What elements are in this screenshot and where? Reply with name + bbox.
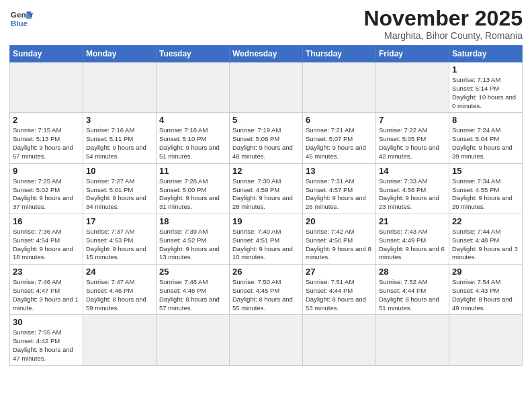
day-info: Sunrise: 7:37 AM Sunset: 4:53 PM Dayligh… — [86, 228, 153, 262]
table-row: 22Sunrise: 7:44 AM Sunset: 4:48 PM Dayli… — [449, 214, 523, 264]
table-row: 12Sunrise: 7:30 AM Sunset: 4:59 PM Dayli… — [230, 163, 303, 214]
table-row: 10Sunrise: 7:27 AM Sunset: 5:01 PM Dayli… — [83, 163, 157, 214]
day-info: Sunrise: 7:55 AM Sunset: 4:42 PM Dayligh… — [13, 328, 80, 363]
calendar-week-row: 23Sunrise: 7:46 AM Sunset: 4:47 PM Dayli… — [10, 265, 523, 315]
table-row — [376, 315, 449, 365]
day-number: 16 — [13, 216, 80, 226]
day-info: Sunrise: 7:39 AM Sunset: 4:52 PM Dayligh… — [159, 228, 226, 262]
header: General Blue November 2025 Marghita, Bih… — [9, 7, 523, 41]
day-number: 24 — [86, 267, 153, 277]
table-row: 1Sunrise: 7:13 AM Sunset: 5:14 PM Daylig… — [449, 62, 523, 113]
day-info: Sunrise: 7:27 AM Sunset: 5:01 PM Dayligh… — [86, 177, 153, 212]
calendar-week-row: 30Sunrise: 7:55 AM Sunset: 4:42 PM Dayli… — [10, 315, 523, 365]
table-row: 4Sunrise: 7:18 AM Sunset: 5:10 PM Daylig… — [157, 113, 230, 163]
day-number: 10 — [86, 166, 153, 176]
table-row — [376, 62, 449, 113]
day-number: 27 — [306, 267, 373, 277]
day-info: Sunrise: 7:28 AM Sunset: 5:00 PM Dayligh… — [159, 177, 226, 212]
day-info: Sunrise: 7:30 AM Sunset: 4:59 PM Dayligh… — [232, 177, 300, 212]
table-row — [157, 315, 230, 365]
day-number: 4 — [159, 115, 226, 125]
calendar-week-row: 9Sunrise: 7:25 AM Sunset: 5:02 PM Daylig… — [10, 163, 523, 214]
day-info: Sunrise: 7:40 AM Sunset: 4:51 PM Dayligh… — [232, 228, 300, 262]
day-number: 22 — [452, 216, 519, 226]
day-number: 13 — [306, 166, 373, 176]
table-row: 16Sunrise: 7:36 AM Sunset: 4:54 PM Dayli… — [10, 214, 83, 264]
table-row: 27Sunrise: 7:51 AM Sunset: 4:44 PM Dayli… — [303, 265, 376, 315]
day-number: 18 — [159, 216, 226, 226]
header-tuesday: Tuesday — [157, 46, 230, 62]
day-number: 12 — [232, 166, 300, 176]
day-info: Sunrise: 7:13 AM Sunset: 5:14 PM Dayligh… — [452, 76, 519, 110]
day-info: Sunrise: 7:34 AM Sunset: 4:55 PM Dayligh… — [452, 177, 519, 212]
day-number: 28 — [379, 267, 446, 277]
day-number: 20 — [306, 216, 373, 226]
page: General Blue November 2025 Marghita, Bih… — [0, 0, 532, 411]
day-number: 6 — [306, 115, 373, 125]
day-info: Sunrise: 7:54 AM Sunset: 4:43 PM Dayligh… — [452, 278, 519, 312]
header-friday: Friday — [376, 46, 449, 62]
table-row — [10, 62, 83, 113]
day-info: Sunrise: 7:43 AM Sunset: 4:49 PM Dayligh… — [379, 228, 446, 262]
day-info: Sunrise: 7:22 AM Sunset: 5:05 PM Dayligh… — [379, 126, 446, 161]
weekday-header-row: Sunday Monday Tuesday Wednesday Thursday… — [10, 46, 523, 62]
header-wednesday: Wednesday — [230, 46, 303, 62]
day-number: 21 — [379, 216, 446, 226]
day-number: 5 — [232, 115, 300, 125]
day-info: Sunrise: 7:44 AM Sunset: 4:48 PM Dayligh… — [452, 228, 519, 262]
day-info: Sunrise: 7:25 AM Sunset: 5:02 PM Dayligh… — [13, 177, 80, 212]
table-row — [303, 62, 376, 113]
day-number: 15 — [452, 166, 519, 176]
day-info: Sunrise: 7:15 AM Sunset: 5:13 PM Dayligh… — [13, 126, 80, 161]
day-info: Sunrise: 7:19 AM Sunset: 5:08 PM Dayligh… — [232, 126, 300, 161]
day-info: Sunrise: 7:51 AM Sunset: 4:44 PM Dayligh… — [306, 278, 373, 312]
table-row — [83, 62, 157, 113]
table-row: 17Sunrise: 7:37 AM Sunset: 4:53 PM Dayli… — [83, 214, 157, 264]
day-number: 23 — [13, 267, 80, 277]
table-row — [83, 315, 157, 365]
day-number: 8 — [452, 115, 519, 125]
table-row: 5Sunrise: 7:19 AM Sunset: 5:08 PM Daylig… — [230, 113, 303, 163]
table-row: 30Sunrise: 7:55 AM Sunset: 4:42 PM Dayli… — [10, 315, 83, 365]
table-row — [230, 62, 303, 113]
day-info: Sunrise: 7:46 AM Sunset: 4:47 PM Dayligh… — [13, 278, 80, 312]
logo-icon: General Blue — [9, 7, 34, 31]
header-thursday: Thursday — [303, 46, 376, 62]
day-info: Sunrise: 7:52 AM Sunset: 4:44 PM Dayligh… — [379, 278, 446, 312]
table-row: 9Sunrise: 7:25 AM Sunset: 5:02 PM Daylig… — [10, 163, 83, 214]
day-number: 19 — [232, 216, 300, 226]
month-title: November 2025 — [363, 7, 523, 30]
header-saturday: Saturday — [449, 46, 523, 62]
table-row — [449, 315, 523, 365]
title-block: November 2025 Marghita, Bihor County, Ro… — [363, 7, 523, 41]
header-sunday: Sunday — [10, 46, 83, 62]
day-number: 14 — [379, 166, 446, 176]
day-info: Sunrise: 7:18 AM Sunset: 5:10 PM Dayligh… — [159, 126, 226, 161]
day-info: Sunrise: 7:50 AM Sunset: 4:45 PM Dayligh… — [232, 278, 300, 312]
calendar-week-row: 16Sunrise: 7:36 AM Sunset: 4:54 PM Dayli… — [10, 214, 523, 264]
table-row: 3Sunrise: 7:16 AM Sunset: 5:11 PM Daylig… — [83, 113, 157, 163]
table-row — [303, 315, 376, 365]
table-row: 6Sunrise: 7:21 AM Sunset: 5:07 PM Daylig… — [303, 113, 376, 163]
table-row: 26Sunrise: 7:50 AM Sunset: 4:45 PM Dayli… — [230, 265, 303, 315]
calendar-week-row: 2Sunrise: 7:15 AM Sunset: 5:13 PM Daylig… — [10, 113, 523, 163]
calendar-week-row: 1Sunrise: 7:13 AM Sunset: 5:14 PM Daylig… — [10, 62, 523, 113]
day-number: 3 — [86, 115, 153, 125]
table-row: 19Sunrise: 7:40 AM Sunset: 4:51 PM Dayli… — [230, 214, 303, 264]
header-monday: Monday — [83, 46, 157, 62]
table-row: 20Sunrise: 7:42 AM Sunset: 4:50 PM Dayli… — [303, 214, 376, 264]
day-info: Sunrise: 7:33 AM Sunset: 4:56 PM Dayligh… — [379, 177, 446, 212]
table-row: 23Sunrise: 7:46 AM Sunset: 4:47 PM Dayli… — [10, 265, 83, 315]
table-row — [157, 62, 230, 113]
logo: General Blue — [9, 7, 34, 31]
day-number: 25 — [159, 267, 226, 277]
day-number: 30 — [13, 317, 80, 327]
day-info: Sunrise: 7:42 AM Sunset: 4:50 PM Dayligh… — [306, 228, 373, 262]
day-info: Sunrise: 7:47 AM Sunset: 4:46 PM Dayligh… — [86, 278, 153, 312]
day-number: 7 — [379, 115, 446, 125]
table-row: 28Sunrise: 7:52 AM Sunset: 4:44 PM Dayli… — [376, 265, 449, 315]
day-number: 1 — [452, 64, 519, 75]
day-info: Sunrise: 7:48 AM Sunset: 4:46 PM Dayligh… — [159, 278, 226, 312]
day-info: Sunrise: 7:21 AM Sunset: 5:07 PM Dayligh… — [306, 126, 373, 161]
day-number: 11 — [159, 166, 226, 176]
